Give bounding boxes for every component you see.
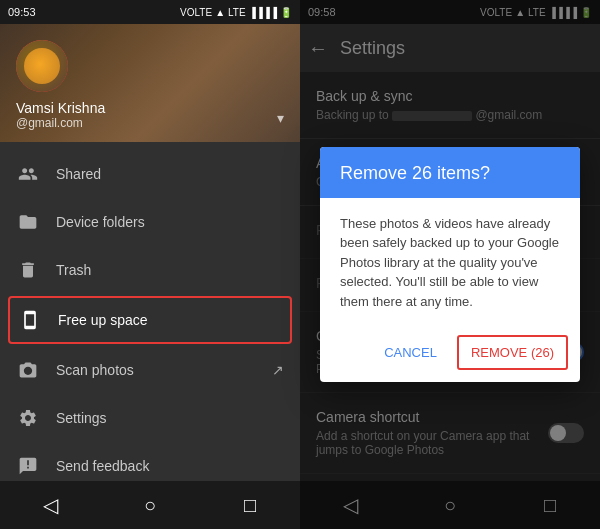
sidebar-label-shared: Shared [56, 166, 101, 182]
scan-photos-icon [16, 358, 40, 382]
sidebar-item-device-folders[interactable]: Device folders [0, 198, 300, 246]
sidebar-label-send-feedback: Send feedback [56, 458, 149, 474]
dialog-text: These photos & videos have already been … [340, 214, 560, 312]
sidebar-label-device-folders: Device folders [56, 214, 145, 230]
dialog-actions: CANCEL REMOVE (26) [320, 327, 580, 382]
cancel-button[interactable]: CANCEL [372, 335, 449, 370]
back-button-left[interactable]: ◁ [30, 485, 70, 525]
bottom-nav-left: ◁ ○ □ [0, 481, 300, 529]
avatar [16, 40, 68, 92]
dialog-body: These photos & videos have already been … [320, 198, 580, 328]
profile-email: @gmail.com [16, 116, 284, 130]
right-panel: 09:58 VOLTE ▲ LTE ▐▐▐▐ 🔋 ← Settings Back… [300, 0, 600, 529]
sidebar-item-shared[interactable]: Shared [0, 150, 300, 198]
shared-icon [16, 162, 40, 186]
sidebar-label-free-up-space: Free up space [58, 312, 148, 328]
status-bar-left: 09:53 VOLTE ▲ LTE ▐▐▐▐ 🔋 [0, 0, 300, 24]
dialog-header: Remove 26 items? [320, 147, 580, 198]
profile-section[interactable]: Vamsi Krishna @gmail.com ▾ [0, 24, 300, 142]
time-left: 09:53 [8, 6, 36, 18]
sidebar-label-settings: Settings [56, 410, 107, 426]
free-up-space-icon [18, 308, 42, 332]
trash-icon [16, 258, 40, 282]
feedback-icon [16, 454, 40, 478]
sidebar-item-scan-photos[interactable]: Scan photos ↗ [0, 346, 300, 394]
remove-button[interactable]: REMOVE (26) [457, 335, 568, 370]
settings-icon [16, 406, 40, 430]
sidebar-item-settings[interactable]: Settings [0, 394, 300, 442]
sidebar-item-send-feedback[interactable]: Send feedback [0, 442, 300, 481]
external-link-icon: ↗ [272, 362, 284, 378]
sidebar-label-scan-photos: Scan photos [56, 362, 134, 378]
profile-name: Vamsi Krishna [16, 100, 284, 116]
sidebar-item-trash[interactable]: Trash [0, 246, 300, 294]
chevron-down-icon: ▾ [277, 110, 284, 126]
left-panel: 09:53 VOLTE ▲ LTE ▐▐▐▐ 🔋 Vamsi Krishna @… [0, 0, 300, 529]
dialog-overlay: Remove 26 items? These photos & videos h… [300, 0, 600, 529]
folder-icon [16, 210, 40, 234]
dialog-title: Remove 26 items? [340, 163, 560, 184]
status-icons-left: VOLTE ▲ LTE ▐▐▐▐ 🔋 [180, 7, 292, 18]
recent-button-left[interactable]: □ [230, 485, 270, 525]
nav-menu: Shared Device folders Trash Free up spac… [0, 142, 300, 481]
sidebar-label-trash: Trash [56, 262, 91, 278]
home-button-left[interactable]: ○ [130, 485, 170, 525]
remove-dialog: Remove 26 items? These photos & videos h… [320, 147, 580, 383]
sidebar-item-free-up-space[interactable]: Free up space [8, 296, 292, 344]
